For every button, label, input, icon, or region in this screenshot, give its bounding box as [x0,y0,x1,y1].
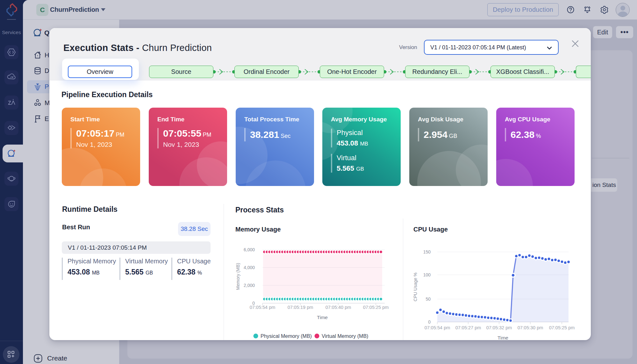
svg-text:0: 0 [428,319,431,325]
svg-text:07:05:30 pm: 07:05:30 pm [518,325,543,330]
svg-text:07:05:25 pm: 07:05:25 pm [549,325,575,330]
svg-text:Time: Time [497,335,508,340]
svg-text:Memory Usage: Memory Usage [235,226,281,233]
svg-text:CPU Usage %: CPU Usage % [413,273,418,301]
svg-text:50: 50 [426,296,431,302]
svg-text:100: 100 [423,272,431,277]
svg-text:4,000: 4,000 [244,265,255,270]
svg-text:07:05:25 pm: 07:05:25 pm [363,305,389,310]
svg-text:6,000: 6,000 [244,247,255,252]
svg-text:Virtual Memory (MB): Virtual Memory (MB) [322,333,368,339]
svg-text:Memory (MB): Memory (MB) [235,263,240,290]
svg-text:Physical Memory (MB): Physical Memory (MB) [261,333,312,339]
svg-text:07:05:54 pm: 07:05:54 pm [250,305,276,310]
svg-text:CPU Usage: CPU Usage [413,226,448,233]
svg-text:2,000: 2,000 [244,283,255,288]
svg-text:07:05:19 pm: 07:05:19 pm [288,305,313,310]
svg-text:07:05:54 pm: 07:05:54 pm [425,325,450,330]
svg-text:07:05:40 pm: 07:05:40 pm [326,305,351,310]
svg-text:150: 150 [423,249,431,254]
svg-text:Time: Time [317,315,328,320]
svg-text:07:05:27 pm: 07:05:27 pm [455,325,481,330]
svg-text:07:05:32 pm: 07:05:32 pm [486,325,512,330]
